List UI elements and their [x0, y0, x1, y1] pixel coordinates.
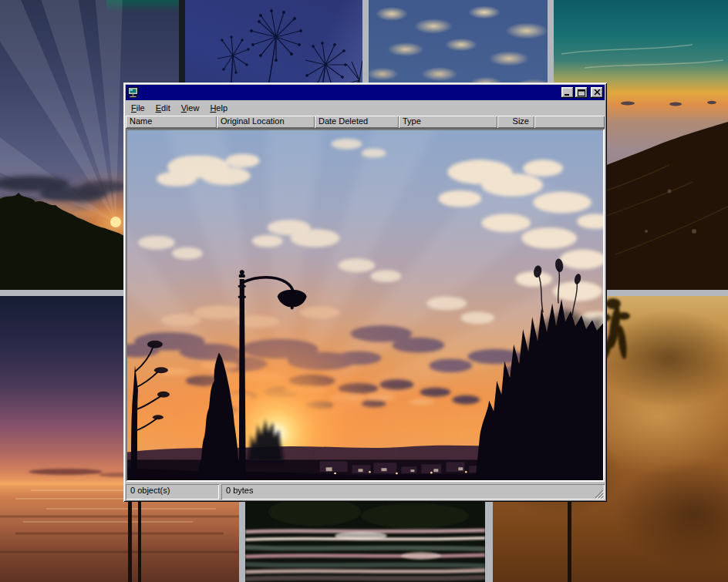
resize-grip[interactable]	[594, 489, 604, 499]
column-header-type[interactable]: Type	[399, 116, 497, 128]
maximize-button[interactable]	[575, 87, 588, 98]
status-size: 0 bytes	[221, 484, 605, 500]
file-list-viewport[interactable]	[126, 129, 605, 482]
close-button[interactable]	[591, 87, 603, 98]
menu-help[interactable]: Help	[205, 102, 234, 115]
column-header-name[interactable]: Name	[126, 116, 217, 128]
status-size-text: 0 bytes	[226, 486, 253, 495]
menu-file[interactable]: File	[126, 102, 151, 115]
computer-icon	[127, 87, 140, 98]
recycle-bin-window: File Edit View Help Name Original Locati…	[123, 82, 607, 502]
status-object-count: 0 object(s)	[126, 484, 219, 500]
maximize-icon	[578, 89, 585, 96]
menu-bar: File Edit View Help	[126, 100, 605, 116]
close-icon	[594, 89, 601, 96]
lamp-pole-silhouette	[568, 501, 571, 582]
menu-edit[interactable]: Edit	[151, 102, 177, 115]
titlebar-buttons	[561, 87, 603, 98]
column-header-filler	[534, 116, 605, 128]
minimize-icon	[564, 89, 571, 96]
minimize-button[interactable]	[561, 87, 574, 98]
window-titlebar[interactable]	[126, 85, 605, 100]
column-header-original-location[interactable]: Original Location	[217, 116, 315, 128]
column-header-date-deleted[interactable]: Date Deleted	[315, 116, 399, 128]
column-headers: Name Original Location Date Deleted Type…	[126, 116, 605, 129]
sunset-lamp-photo	[127, 130, 603, 480]
desktop-wallpaper-collage: File Edit View Help Name Original Locati…	[0, 0, 728, 582]
menu-view[interactable]: View	[177, 102, 206, 115]
status-bar: 0 object(s) 0 bytes	[126, 482, 605, 500]
column-header-size[interactable]: Size	[497, 116, 534, 128]
